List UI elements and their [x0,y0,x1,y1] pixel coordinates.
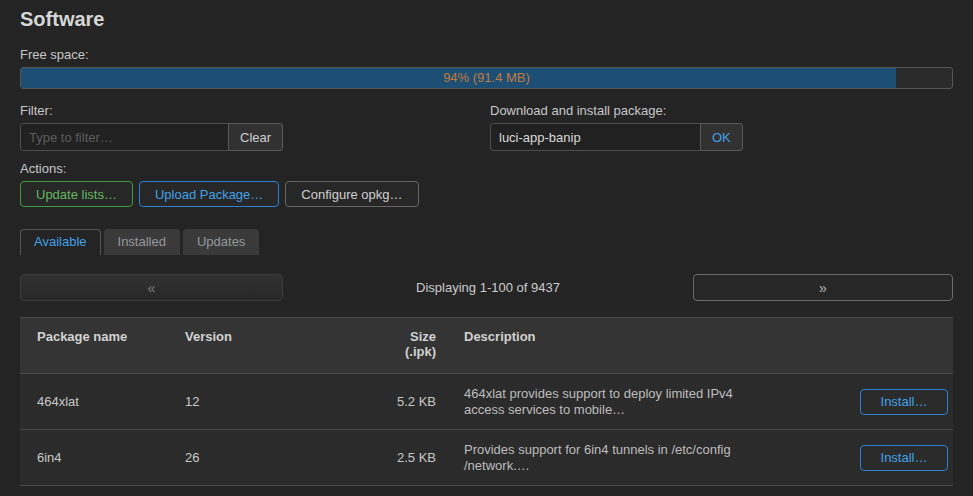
pagination-status: Displaying 1-100 of 9437 [283,280,693,295]
page-title: Software [20,8,953,31]
header-description: Description [436,318,843,373]
tab-installed[interactable]: Installed [104,229,180,255]
ok-button[interactable]: OK [700,123,743,151]
package-size: 2.5 KB [353,430,436,485]
header-version: Version [185,318,353,373]
package-name: 464xlat [20,374,185,429]
download-label: Download and install package: [490,103,953,118]
package-description: Provides support for 6in4 tunnels in /et… [436,430,843,485]
package-table: Package name Version Size (.ipk) Descrip… [20,317,953,486]
install-button[interactable]: Install… [860,445,948,471]
actions-label: Actions: [20,161,953,176]
filter-input[interactable] [20,123,229,151]
tab-available[interactable]: Available [20,229,101,255]
free-space-value: 94% (91.4 MB) [21,68,952,88]
header-package-name: Package name [20,318,185,373]
package-version: 26 [185,430,353,485]
table-header-row: Package name Version Size (.ipk) Descrip… [20,318,953,374]
pagination: « Displaying 1-100 of 9437 » [20,274,953,301]
configure-opkg-button[interactable]: Configure opkg… [285,181,418,207]
install-button[interactable]: Install… [860,389,948,415]
package-size: 5.2 KB [353,374,436,429]
update-lists-button[interactable]: Update lists… [20,181,133,207]
header-size: Size (.ipk) [353,318,436,373]
package-tabs: Available Installed Updates [20,229,953,255]
tab-updates[interactable]: Updates [183,229,259,255]
package-name: 6in4 [20,430,185,485]
next-page-button[interactable]: » [693,274,953,301]
previous-page-button[interactable]: « [20,274,283,301]
package-description: 464xlat provides support to deploy limit… [436,374,843,429]
clear-button[interactable]: Clear [228,123,283,151]
free-space-label: Free space: [20,47,953,62]
filter-label: Filter: [20,103,490,118]
free-space-progressbar: 94% (91.4 MB) [20,67,953,89]
package-version: 12 [185,374,353,429]
table-row: 6in4 26 2.5 KB Provides support for 6in4… [20,430,953,486]
download-package-input[interactable] [490,123,701,151]
table-row: 464xlat 12 5.2 KB 464xlat provides suppo… [20,374,953,430]
upload-package-button[interactable]: Upload Package… [139,181,279,207]
